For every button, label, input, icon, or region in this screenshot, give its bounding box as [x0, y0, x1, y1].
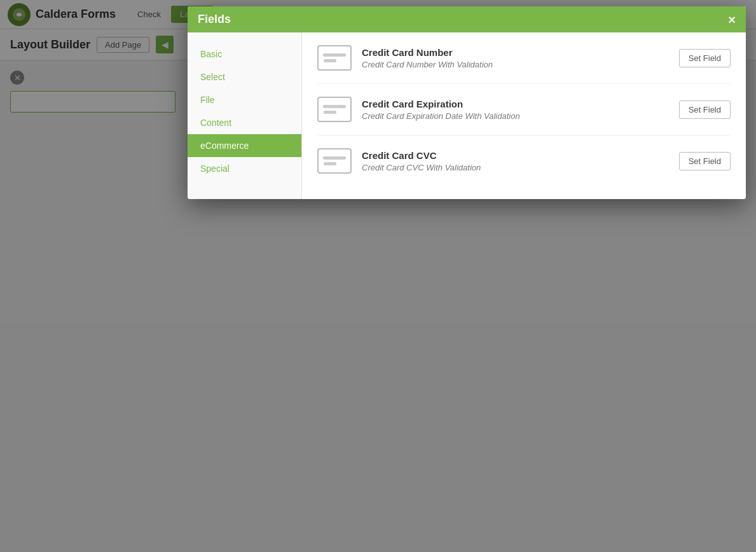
icon-line-3 [323, 105, 346, 108]
nav-item-check[interactable]: Check [128, 6, 170, 23]
divider-1 [317, 83, 731, 84]
icon-line-6 [324, 162, 336, 165]
sidebar-item-ecommerce[interactable]: eCommerce [188, 134, 301, 157]
divider-2 [317, 135, 731, 135]
credit-card-number-icon [317, 45, 352, 71]
modal-close-button[interactable]: × [728, 13, 736, 26]
set-field-button-0[interactable]: Set Field [679, 49, 731, 67]
icon-line-1 [323, 53, 346, 57]
modal-main: Credit Card Number Credit Card Number Wi… [302, 32, 746, 199]
set-field-button-2[interactable]: Set Field [679, 152, 731, 170]
sidebar-item-select[interactable]: Select [188, 66, 301, 88]
modal-body: Basic Select File Content eCommerce Spec… [188, 32, 746, 199]
close-circle-button[interactable]: ✕ [10, 71, 24, 85]
fields-modal: Fields × Basic Select File Content eComm… [188, 6, 746, 199]
field-row-credit-card-cvc: Credit Card CVC Credit Card CVC With Val… [317, 148, 731, 174]
field-row-credit-card-number: Credit Card Number Credit Card Number Wi… [317, 45, 731, 71]
app-title: Caldera Forms [36, 8, 116, 21]
credit-card-cvc-info: Credit Card CVC Credit Card CVC With Val… [362, 150, 669, 172]
icon-line-4 [324, 111, 336, 114]
modal-header: Fields × [188, 6, 746, 32]
nav-arrow-button[interactable]: ◀ [156, 36, 174, 53]
credit-card-expiration-info: Credit Card Expiration Credit Card Expir… [362, 99, 669, 121]
credit-card-number-name: Credit Card Number [362, 47, 669, 58]
set-field-button-1[interactable]: Set Field [679, 100, 731, 119]
credit-card-expiration-name: Credit Card Expiration [362, 99, 669, 109]
icon-line-5 [323, 156, 346, 160]
field-row-credit-card-expiration: Credit Card Expiration Credit Card Expir… [317, 97, 731, 122]
sidebar-item-content[interactable]: Content [188, 111, 301, 134]
sidebar-item-special[interactable]: Special [188, 157, 301, 180]
sidebar-item-file[interactable]: File [188, 88, 301, 111]
layout-builder-title: Layout Builder [10, 38, 90, 52]
modal-sidebar: Basic Select File Content eCommerce Spec… [188, 32, 302, 199]
sidebar-item-basic[interactable]: Basic [188, 43, 301, 66]
credit-card-cvc-desc: Credit Card CVC With Validation [362, 163, 669, 172]
modal-title: Fields [198, 13, 231, 26]
credit-card-expiration-desc: Credit Card Expiration Date With Validat… [362, 111, 669, 121]
credit-card-expiration-icon [317, 97, 352, 122]
credit-card-cvc-name: Credit Card CVC [362, 150, 669, 161]
add-page-button[interactable]: Add Page [97, 37, 149, 53]
credit-card-number-info: Credit Card Number Credit Card Number Wi… [362, 47, 669, 69]
credit-card-number-desc: Credit Card Number With Validation [362, 60, 669, 69]
credit-card-cvc-icon [317, 148, 352, 174]
form-field-input[interactable] [10, 91, 175, 113]
icon-line-2 [324, 59, 336, 62]
app-logo [8, 3, 31, 26]
